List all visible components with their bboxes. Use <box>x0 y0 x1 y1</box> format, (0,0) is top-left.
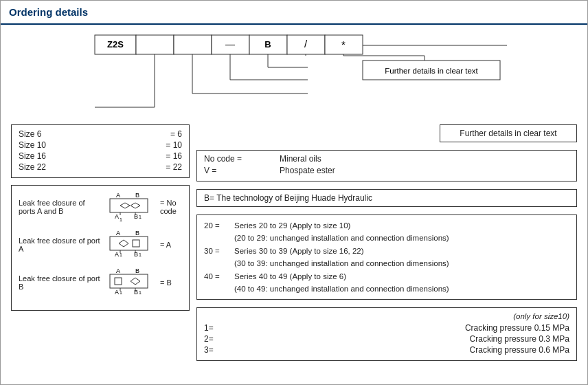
svg-text:A: A <box>115 251 119 258</box>
further-details-label: Further details in clear text <box>460 129 556 138</box>
svg-text:B: B <box>134 213 138 220</box>
svg-text:B: B <box>135 230 139 236</box>
beijing-label: B= The technology of Beijing Huade Hydra… <box>204 193 372 203</box>
svg-text:B: B <box>134 251 138 258</box>
svg-text:1: 1 <box>120 252 122 257</box>
valve-diagram-b: A B A 1 B 1 <box>106 267 151 298</box>
page: Ordering details Z2S — B / <box>0 0 588 385</box>
valve-diagram-ab: A B A 1 B <box>106 191 151 222</box>
svg-text:1: 1 <box>139 252 142 257</box>
valve-box: Leak free closure of ports A and B A B <box>11 185 190 311</box>
svg-text:A: A <box>116 192 120 199</box>
ordering-diagram: Z2S — B / * <box>12 32 576 121</box>
series-row-3: (30 to 39: unchanged installation and co… <box>204 257 569 270</box>
series-box: 20 = Series 20 to 29 (Apply to size 10) … <box>196 214 577 300</box>
size-table: Size 6 = 6 Size 10 = 10 Size 16 = 16 Siz… <box>11 124 190 178</box>
svg-text:1: 1 <box>120 290 122 295</box>
page-title: Ordering details <box>9 6 88 18</box>
svg-text:*: * <box>341 38 346 50</box>
right-panel: Further details in clear text No code = … <box>196 124 577 361</box>
svg-text:1: 1 <box>139 214 142 219</box>
svg-text:Further details in clear text: Further details in clear text <box>385 67 478 75</box>
main-layout: Size 6 = 6 Size 10 = 10 Size 16 = 16 Siz… <box>11 124 577 361</box>
svg-text:Z2S: Z2S <box>107 39 124 50</box>
beijing-box: B= The technology of Beijing Huade Hydra… <box>196 189 577 207</box>
valve-diagram-a: A B A 1 B 1 <box>106 229 151 260</box>
further-details-box: Further details in clear text <box>440 124 577 142</box>
series-row-5: (40 to 49: unchanged installation and co… <box>204 283 569 295</box>
svg-text:B: B <box>134 289 138 296</box>
cracking-note: (only for size10) <box>204 312 569 320</box>
valve-svg-ab: A B A 1 B <box>106 191 151 222</box>
size-row-10: Size 10 = 10 <box>19 140 182 150</box>
page-header: Ordering details <box>1 1 587 25</box>
size-row-16: Size 16 = 16 <box>19 151 182 161</box>
valve-item-a: Leak free closure of port A A B A <box>19 229 182 260</box>
valve-item-b: Leak free closure of port B A B A <box>19 267 182 298</box>
cracking-box: (only for size10) 1= Cracking pressure 0… <box>196 307 577 361</box>
svg-rect-52 <box>115 278 122 285</box>
svg-rect-4 <box>174 35 212 54</box>
svg-text:—: — <box>225 38 235 50</box>
oil-type-box: No code = Mineral oils V = Phospate este… <box>196 150 577 182</box>
right-section-wrapper: Further details in clear text No code = … <box>196 124 577 361</box>
valve-svg-b: A B A 1 B 1 <box>106 267 151 298</box>
cracking-row-0: 1= Cracking pressure 0.15 MPa <box>204 323 569 333</box>
svg-text:1: 1 <box>120 217 122 222</box>
svg-text:B: B <box>135 267 139 274</box>
series-row-0: 20 = Series 20 to 29 (Apply to size 10) <box>204 219 569 232</box>
size-row-6: Size 6 = 6 <box>19 129 182 139</box>
size-row-22: Size 22 = 22 <box>19 162 182 172</box>
svg-text:A: A <box>115 289 119 296</box>
series-row-2: 30 = Series 30 to 39 (Apply to size 16, … <box>204 245 569 257</box>
svg-rect-3 <box>136 35 174 54</box>
series-row-1: (20 to 29: unchanged installation and co… <box>204 232 569 244</box>
svg-rect-42 <box>133 240 139 247</box>
svg-text:B: B <box>264 39 271 50</box>
svg-text:A: A <box>116 230 120 236</box>
page-content: Z2S — B / * <box>1 25 587 368</box>
svg-text:A: A <box>116 267 120 274</box>
valve-svg-a: A B A 1 B 1 <box>106 229 151 260</box>
svg-text:B: B <box>135 192 139 199</box>
left-panel: Size 6 = 6 Size 10 = 10 Size 16 = 16 Siz… <box>11 124 190 361</box>
svg-text:1: 1 <box>139 290 142 295</box>
svg-text:A: A <box>115 213 119 220</box>
oil-row-0: No code = Mineral oils <box>204 154 569 164</box>
valve-item-ab: Leak free closure of ports A and B A B <box>19 191 182 222</box>
oil-row-1: V = Phospate ester <box>204 166 569 175</box>
cracking-row-1: 2= Cracking pressure 0.3 MPa <box>204 334 569 344</box>
cracking-row-2: 3= Cracking pressure 0.6 MPa <box>204 345 569 355</box>
series-row-4: 40 = Series 40 to 49 (Apply to size 6) <box>204 270 569 283</box>
